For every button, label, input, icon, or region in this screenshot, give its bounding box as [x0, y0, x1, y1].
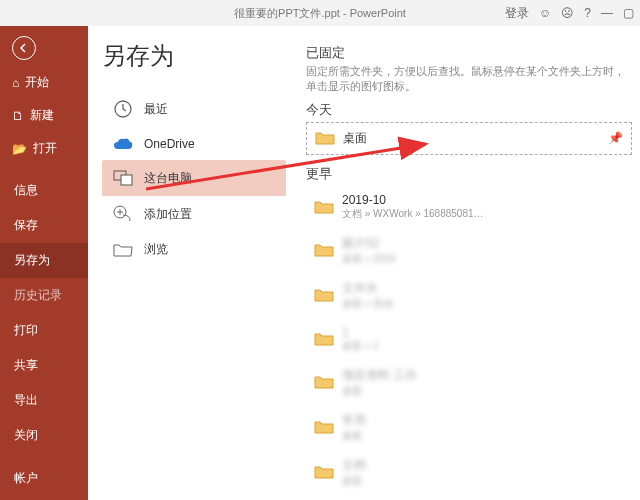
clock-icon	[112, 99, 134, 119]
place-thispc[interactable]: 这台电脑	[102, 160, 286, 196]
sidebar-save[interactable]: 保存	[0, 208, 88, 243]
sidebar-open-label: 打开	[33, 140, 57, 157]
place-browse-label: 浏览	[144, 241, 168, 258]
title-bar: 很重要的PPT文件.ppt - PowerPoint 登录 ☺ ☹ ? — ▢	[0, 0, 640, 26]
folder-text: 常用 桌面	[342, 412, 366, 443]
backstage-sidebar: ⌂开始 🗋新建 📂打开 信息 保存 另存为 历史记录 打印 共享 导出 关闭 帐…	[0, 26, 88, 500]
place-thispc-label: 这台电脑	[144, 170, 192, 187]
folder-icon	[314, 242, 334, 258]
folder-text: 文档 桌面	[342, 457, 366, 488]
folder-text: 项目资料 工作 桌面	[342, 367, 417, 398]
folder-sub: 文档 » WXWork » 168885081…	[342, 207, 484, 221]
home-icon: ⌂	[12, 76, 19, 90]
sidebar-feedback[interactable]: 反馈	[0, 496, 88, 500]
folder-desktop[interactable]: 桌面 📌	[306, 122, 632, 155]
folder-name: 项目资料 工作	[342, 367, 417, 384]
folder-name: 文件夹	[342, 280, 393, 297]
place-addplace-label: 添加位置	[144, 206, 192, 223]
close-button[interactable]: ▢	[623, 6, 634, 20]
folder-sub: 桌面	[342, 474, 366, 488]
sidebar-export[interactable]: 导出	[0, 383, 88, 418]
sidebar-close[interactable]: 关闭	[0, 418, 88, 453]
filename: 很重要的PPT文件.ppt	[234, 7, 340, 19]
minimize-button[interactable]: —	[601, 6, 613, 20]
sidebar-new-label: 新建	[30, 107, 54, 124]
place-recent[interactable]: 最近	[102, 90, 286, 128]
folder-sub: 桌面	[342, 429, 366, 443]
pin-icon[interactable]: 📌	[608, 131, 623, 145]
place-onedrive-label: OneDrive	[144, 137, 195, 151]
place-recent-label: 最近	[144, 101, 168, 118]
folder-text: 1 桌面 » 1	[342, 325, 379, 353]
sidebar-home[interactable]: ⌂开始	[0, 66, 88, 99]
new-icon: 🗋	[12, 109, 24, 123]
folder-icon	[314, 374, 334, 390]
face2-icon[interactable]: ☹	[561, 6, 574, 20]
window-title: 很重要的PPT文件.ppt - PowerPoint	[234, 6, 406, 21]
sidebar-open[interactable]: 📂打开	[0, 132, 88, 165]
folder-name: 1	[342, 325, 379, 339]
sidebar-print[interactable]: 打印	[0, 313, 88, 348]
folder-row[interactable]: 常用 桌面	[306, 405, 632, 450]
earlier-heading: 更早	[306, 165, 632, 183]
earlier-list: 2019-10 文档 » WXWork » 168885081… 图片52 桌面…	[306, 186, 632, 495]
back-button[interactable]	[0, 26, 88, 66]
place-browse[interactable]: 浏览	[102, 232, 286, 267]
folder-icon	[315, 130, 335, 146]
locations-column: 已固定 固定所需文件夹，方便以后查找。鼠标悬停在某个文件夹上方时，单击显示的图钉…	[298, 26, 640, 500]
face-icon[interactable]: ☺	[539, 6, 551, 20]
svg-rect-2	[121, 175, 132, 185]
sidebar-history[interactable]: 历史记录	[0, 278, 88, 313]
pinned-heading: 已固定	[306, 44, 632, 62]
place-addplace[interactable]: 添加位置	[102, 196, 286, 232]
folder-name: 图片52	[342, 235, 395, 252]
folder-sub: 桌面 » 1	[342, 339, 379, 353]
folder-name: 常用	[342, 412, 366, 429]
folder-row[interactable]: 文件夹 桌面 » 其他	[306, 273, 632, 318]
folder-name: 文档	[342, 457, 366, 474]
folder-row[interactable]: 1 桌面 » 1	[306, 318, 632, 360]
folder-name: 2019-10	[342, 193, 484, 207]
folder-row[interactable]: 项目资料 工作 桌面	[306, 360, 632, 405]
sidebar-saveas[interactable]: 另存为	[0, 243, 88, 278]
folder-row[interactable]: 2019-10 文档 » WXWork » 168885081…	[306, 186, 632, 228]
cloud-icon	[112, 137, 134, 151]
folder-icon	[314, 287, 334, 303]
today-heading: 今天	[306, 101, 632, 119]
folder-sub: 桌面 » 2019	[342, 252, 395, 266]
help-icon[interactable]: ?	[584, 6, 591, 20]
pc-icon	[112, 169, 134, 187]
login-link[interactable]: 登录	[505, 5, 529, 22]
open-icon: 📂	[12, 142, 27, 156]
folder-text: 图片52 桌面 » 2019	[342, 235, 395, 266]
folder-text: 文件夹 桌面 » 其他	[342, 280, 393, 311]
folder-icon	[314, 419, 334, 435]
sidebar-account[interactable]: 帐户	[0, 461, 88, 496]
addplace-icon	[112, 205, 134, 223]
sidebar-info[interactable]: 信息	[0, 173, 88, 208]
folder-icon	[314, 464, 334, 480]
sidebar-home-label: 开始	[25, 74, 49, 91]
pinned-desc: 固定所需文件夹，方便以后查找。鼠标悬停在某个文件夹上方时，单击显示的图钉图标。	[306, 64, 632, 95]
app-name: PowerPoint	[350, 7, 406, 19]
page-title: 另存为	[102, 40, 298, 72]
place-onedrive[interactable]: OneDrive	[102, 128, 286, 160]
title-sep: -	[340, 7, 350, 19]
folder-row[interactable]: 图片52 桌面 » 2019	[306, 228, 632, 273]
folder-sub: 桌面	[342, 384, 417, 398]
folder-icon	[314, 199, 334, 215]
folder-sub: 桌面 » 其他	[342, 297, 393, 311]
browse-icon	[112, 242, 134, 258]
folder-icon	[314, 331, 334, 347]
places-column: 另存为 最近 OneDrive 这台电脑 添加位置 浏览	[88, 26, 298, 500]
folder-desktop-label: 桌面	[343, 130, 367, 147]
folder-text: 2019-10 文档 » WXWork » 168885081…	[342, 193, 484, 221]
sidebar-new[interactable]: 🗋新建	[0, 99, 88, 132]
folder-row[interactable]: 文档 桌面	[306, 450, 632, 495]
sidebar-share[interactable]: 共享	[0, 348, 88, 383]
